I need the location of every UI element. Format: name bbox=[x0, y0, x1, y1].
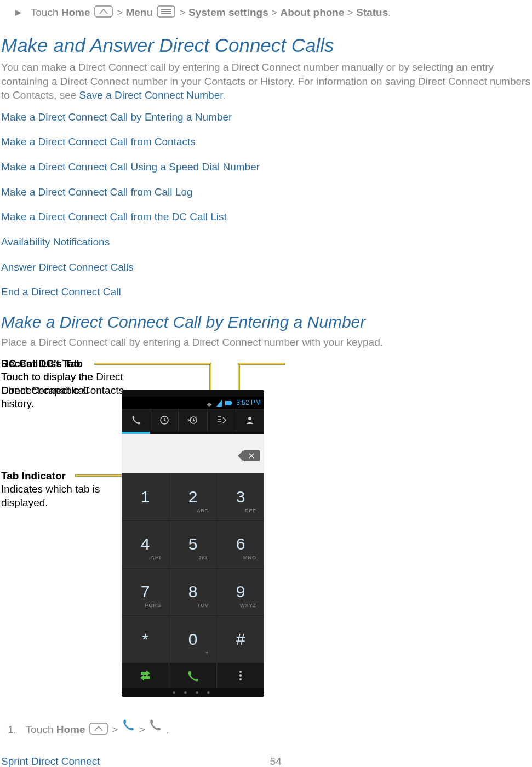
svg-point-10 bbox=[239, 671, 242, 673]
phone-screenshot: 3:52 PM bbox=[122, 390, 264, 697]
period: . bbox=[388, 7, 391, 18]
link-item[interactable]: End a Direct Connect Call bbox=[1, 286, 121, 297]
home-label: Home bbox=[56, 724, 85, 735]
backspace-button[interactable] bbox=[243, 450, 260, 461]
clock: 3:52 PM bbox=[236, 399, 261, 407]
tab-row bbox=[122, 409, 264, 432]
svg-rect-13 bbox=[90, 723, 107, 734]
svg-point-9 bbox=[248, 417, 251, 420]
gt: > bbox=[180, 7, 188, 18]
arrow-icon: ► bbox=[13, 7, 24, 18]
footer-title: Sprint Direct Connect bbox=[1, 754, 100, 767]
pointer-line bbox=[238, 363, 285, 365]
link-item[interactable]: Make a Direct Connect Call by Entering a… bbox=[1, 111, 232, 123]
pointer-line bbox=[94, 363, 211, 365]
tab-contacts[interactable] bbox=[236, 409, 264, 432]
tab-recent-dc[interactable] bbox=[179, 409, 207, 432]
bottom-action-row bbox=[122, 663, 264, 688]
gt: > bbox=[117, 7, 125, 18]
period: . bbox=[166, 724, 169, 735]
tab-recents[interactable] bbox=[150, 409, 179, 432]
home-icon bbox=[89, 723, 108, 739]
phone-icon bbox=[187, 669, 199, 682]
link-save-dc-number[interactable]: Save a Direct Connect Number bbox=[79, 89, 223, 101]
dc-call-button[interactable] bbox=[122, 663, 169, 688]
key-star[interactable]: * bbox=[122, 616, 169, 663]
contact-icon bbox=[245, 415, 255, 425]
link-list: Make a Direct Connect Call by Entering a… bbox=[1, 110, 531, 299]
subsection-paragraph: Place a Direct Connect call by entering … bbox=[1, 335, 531, 350]
home-icon bbox=[94, 5, 113, 21]
home-label: Home bbox=[61, 7, 90, 18]
svg-rect-6 bbox=[231, 402, 232, 404]
link-item[interactable]: Answer Direct Connect Calls bbox=[1, 261, 134, 273]
section-heading: Make and Answer Direct Connect Calls bbox=[1, 32, 531, 58]
key-5[interactable]: 5JKL bbox=[169, 521, 216, 568]
clock-icon bbox=[159, 415, 169, 425]
key-6[interactable]: 6MNO bbox=[217, 521, 264, 568]
key-hash[interactable]: # bbox=[217, 616, 264, 663]
history-icon bbox=[187, 415, 198, 425]
key-1[interactable]: 1 bbox=[122, 473, 169, 520]
signal-icon bbox=[216, 400, 222, 407]
link-item[interactable]: Make a Direct Connect Call from Contacts bbox=[1, 136, 196, 147]
ap-label: About phone bbox=[280, 7, 344, 18]
page-number: 54 bbox=[270, 754, 282, 767]
page-footer: Sprint Direct Connect 54 bbox=[1, 754, 531, 767]
text: Touch bbox=[26, 724, 56, 735]
link-item[interactable]: Make a Direct Connect Call Using a Speed… bbox=[1, 161, 260, 173]
gt: > bbox=[347, 7, 356, 18]
dial-input-area[interactable] bbox=[122, 434, 264, 473]
gt: > bbox=[112, 724, 121, 735]
keypad: 1 2ABC 3DEF 4GHI 5JKL 6MNO 7PQRS 8TUV 9W… bbox=[122, 473, 264, 663]
ss-label: System settings bbox=[188, 7, 268, 18]
overflow-icon bbox=[239, 670, 242, 681]
text: . bbox=[222, 89, 225, 101]
phone-icon bbox=[131, 415, 141, 425]
key-8[interactable]: 8TUV bbox=[169, 569, 216, 616]
key-7[interactable]: 7PQRS bbox=[122, 569, 169, 616]
svg-rect-0 bbox=[95, 6, 112, 17]
tab-dc-list[interactable] bbox=[208, 409, 236, 432]
instruction-bullet: ► Touch Home > Menu > System settings > … bbox=[13, 5, 531, 21]
callout-desc: Indicates which tab is displayed. bbox=[1, 483, 111, 510]
wifi-icon bbox=[206, 400, 213, 407]
key-3[interactable]: 3DEF bbox=[217, 473, 264, 520]
menu-icon bbox=[157, 5, 175, 21]
svg-point-12 bbox=[239, 678, 242, 680]
pagination-dots: ● ● ● ● bbox=[122, 689, 264, 696]
gt: > bbox=[139, 724, 148, 735]
diagram: Recent DC's Tab Touch to display the Dir… bbox=[1, 357, 423, 708]
overflow-button[interactable] bbox=[217, 663, 264, 688]
link-item[interactable]: Make a Direct Connect Call from the DC C… bbox=[1, 211, 227, 222]
callout-title: Tab Indicator bbox=[1, 470, 66, 482]
dialer-tab-icon bbox=[148, 724, 166, 735]
battery-icon bbox=[225, 400, 233, 406]
dc-arrow-icon bbox=[139, 669, 151, 682]
key-9[interactable]: 9WXYZ bbox=[217, 569, 264, 616]
step-1: 1. Touch Home > > . bbox=[8, 718, 531, 738]
dc-list-icon bbox=[216, 415, 227, 425]
link-item[interactable]: Availability Notifications bbox=[1, 236, 110, 248]
gt: > bbox=[271, 7, 280, 18]
key-4[interactable]: 4GHI bbox=[122, 521, 169, 568]
subsection-heading: Make a Direct Connect Call by Entering a… bbox=[1, 311, 531, 334]
status-bar: 3:52 PM bbox=[122, 397, 264, 409]
voice-call-button[interactable] bbox=[169, 663, 217, 688]
key-2[interactable]: 2ABC bbox=[169, 473, 216, 520]
status-label: Status bbox=[356, 7, 388, 18]
tab-dialer[interactable] bbox=[122, 409, 150, 432]
key-0[interactable]: 0+ bbox=[169, 616, 216, 663]
link-item[interactable]: Make a Direct Connect Call from Call Log bbox=[1, 186, 193, 198]
step-number: 1. bbox=[8, 724, 16, 735]
phone-app-icon bbox=[121, 724, 139, 735]
intro-paragraph: You can make a Direct Connect call by en… bbox=[1, 60, 531, 102]
callout-desc: Touch to display the Direct Connect-capa… bbox=[1, 370, 133, 397]
svg-rect-5 bbox=[225, 401, 231, 405]
menu-label: Menu bbox=[125, 7, 153, 18]
close-icon bbox=[249, 453, 254, 459]
svg-point-11 bbox=[239, 674, 242, 677]
text: Touch bbox=[31, 7, 61, 18]
